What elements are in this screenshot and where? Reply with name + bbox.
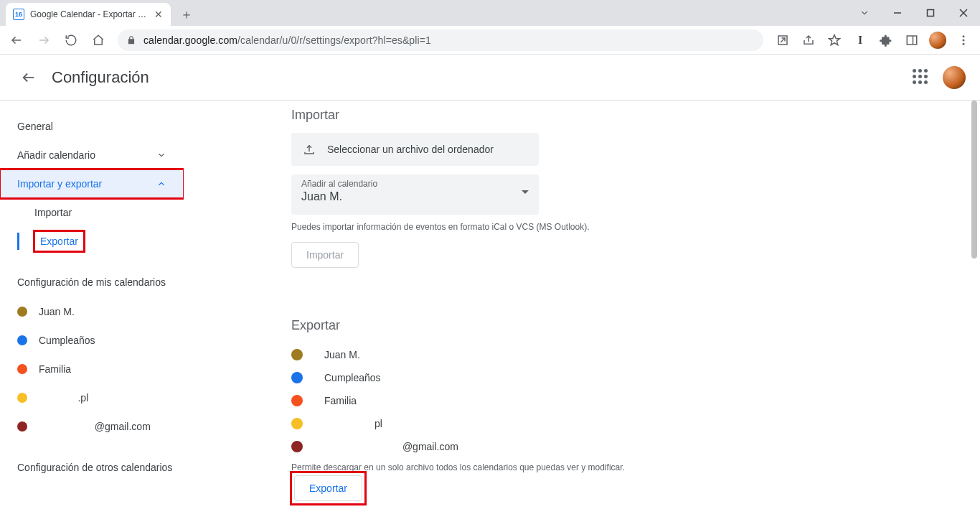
sidebar-calendar-item[interactable]: Cumpleaños [17,326,184,355]
svg-point-12 [963,35,965,37]
chrome-menu-icon[interactable] [951,28,976,52]
extensions-icon[interactable] [874,28,898,52]
calendar-color-dot [17,307,27,317]
sidebar-calendar-item[interactable]: @gmail.com [17,412,184,441]
nav-back-button[interactable] [4,28,29,52]
sidebar-subitem-import[interactable]: Importar [34,198,184,227]
sidebar-item-label: General [17,121,53,132]
sidebar-item-general[interactable]: General [17,112,184,141]
caret-down-icon [522,190,529,194]
sidebar-heading-my-calendars: Configuración de mis calendarios [17,276,184,290]
app-header: Configuración [0,55,980,101]
calendar-label: @gmail.com [324,441,458,452]
sidebar-item-label: Exportar [34,231,84,251]
profile-letter-icon[interactable]: I [848,28,872,52]
import-button[interactable]: Importar [291,242,359,268]
calendar-color-dot [291,395,303,406]
settings-main: Importar Seleccionar un archivo del orde… [184,101,980,522]
sidebar-heading-other-calendars: Configuración de otros calendarios [17,461,184,475]
bookmark-icon[interactable] [822,28,847,52]
favicon: 16 [13,9,24,20]
sidebar-calendar-item[interactable]: Juan M. [17,297,184,326]
share-icon[interactable] [796,28,821,52]
close-window-button[interactable] [947,0,980,26]
calendar-label: Cumpleaños [39,335,95,346]
select-file-button[interactable]: Seleccionar un archivo del ordenador [291,133,539,166]
content-area: General Añadir calendario Importar y exp… [0,101,980,522]
calendar-color-dot [17,364,27,374]
home-button[interactable] [86,28,110,52]
calendar-color-dot [17,335,27,345]
scrollbar[interactable] [970,101,979,522]
button-label: Exportar [309,483,347,494]
svg-point-13 [963,39,965,41]
nav-forward-button[interactable] [32,28,56,52]
chevron-down-icon[interactable] [848,0,881,26]
export-calendar-row: Familia [291,389,963,412]
export-calendar-row: pl [291,412,963,435]
scrollbar-thumb[interactable] [971,101,977,258]
browser-tab[interactable]: 16 Google Calendar - Exportar e imp ✕ [6,3,171,26]
url-text: calendar.google.com/calendar/u/0/r/setti… [143,34,431,46]
export-calendar-row: Cumpleaños [291,366,963,389]
lock-icon [126,35,136,45]
calendar-color-dot [17,421,27,432]
install-app-icon[interactable] [771,28,795,52]
settings-sidebar: General Añadir calendario Importar y exp… [0,101,184,522]
svg-marker-9 [829,34,840,45]
minimize-button[interactable] [881,0,914,26]
reload-button[interactable] [59,28,83,52]
chevron-down-icon [156,150,166,160]
calendar-color-dot [291,441,303,452]
import-hint: Puedes importar información de eventos e… [291,222,963,232]
maximize-button[interactable] [914,0,947,26]
export-calendar-row: @gmail.com [291,435,963,458]
select-label: Añadir al calendario [301,179,529,189]
profile-avatar-icon[interactable] [925,28,950,52]
calendar-label: Juan M. [324,349,360,360]
sidebar-item-import-export[interactable]: Importar y exportar [0,169,184,198]
google-apps-icon[interactable] [913,69,930,86]
calendar-label: pl [324,418,382,429]
select-value: Juan M. [301,190,529,203]
svg-point-14 [963,42,965,45]
new-tab-button[interactable]: ＋ [176,4,197,24]
sidebar-item-label: Importar [34,207,72,218]
browser-titlebar: 16 Google Calendar - Exportar e imp ✕ ＋ [0,0,980,26]
close-tab-icon[interactable]: ✕ [154,9,164,19]
svg-rect-1 [928,10,934,17]
tab-title: Google Calendar - Exportar e imp [30,9,148,19]
sidebar-subitem-export[interactable]: Exportar [34,227,184,256]
import-heading: Importar [291,108,963,123]
calendar-label: .pl [39,392,88,404]
svg-rect-10 [907,36,917,45]
sidebar-calendar-item[interactable]: .pl [17,383,184,412]
calendar-color-dot [291,418,303,429]
sidepanel-icon[interactable] [900,28,924,52]
calendar-label: Familia [39,363,71,375]
button-label: Importar [306,249,344,261]
settings-back-button[interactable] [14,63,43,92]
export-hint: Permite descargar en un solo archivo tod… [291,462,963,472]
sidebar-item-label: Importar y exportar [17,178,102,190]
export-button[interactable]: Exportar [294,475,362,501]
upload-icon [303,143,316,156]
export-heading: Exportar [291,318,963,333]
import-export-subitems: Importar Exportar [17,198,184,256]
calendar-label: Cumpleaños [324,372,381,383]
add-to-calendar-select[interactable]: Añadir al calendario Juan M. [291,174,539,215]
sidebar-calendar-item[interactable]: Familia [17,355,184,383]
chevron-up-icon [156,179,166,189]
sidebar-item-label: Añadir calendario [17,149,95,161]
svg-line-7 [781,38,785,42]
calendar-color-dot [17,393,27,403]
account-avatar[interactable] [943,66,966,89]
browser-toolbar: calendar.google.com/calendar/u/0/r/setti… [0,26,980,55]
calendar-label: Familia [324,395,357,406]
omnibox[interactable]: calendar.google.com/calendar/u/0/r/setti… [118,29,763,51]
sidebar-item-add-calendar[interactable]: Añadir calendario [17,141,184,169]
window-controls [848,0,980,26]
calendar-label: @gmail.com [39,421,151,432]
select-file-label: Seleccionar un archivo del ordenador [327,144,494,155]
calendar-color-dot [291,349,303,360]
